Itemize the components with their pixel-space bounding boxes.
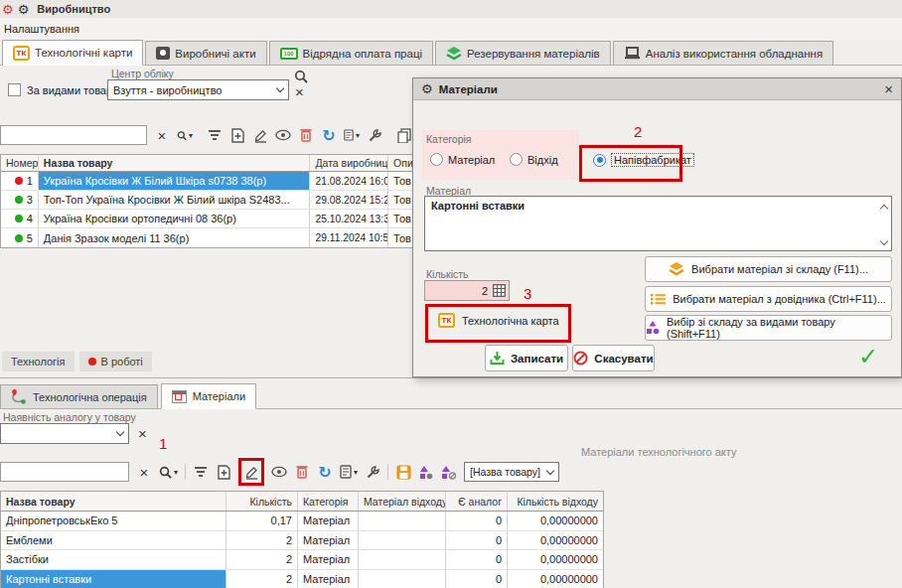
row-name[interactable]: Україна Кросівки Ж Білий Шкіра s0738 38(… xyxy=(39,172,311,190)
shapes-icon[interactable] xyxy=(418,462,434,482)
menu-settings[interactable]: Налаштування xyxy=(4,23,79,35)
scroll-up-icon[interactable] xyxy=(881,203,887,212)
cell-waste xyxy=(359,512,446,530)
group-by-combobox[interactable]: [Назва товару] xyxy=(464,462,559,482)
col-date[interactable]: Дата виробництва xyxy=(310,155,388,171)
tab-tech-cards[interactable]: ТК Технологічні карти xyxy=(2,40,143,66)
table-row[interactable]: 3 Топ-Топ Україна Кросівки Ж Білий шкіра… xyxy=(1,191,414,210)
clipboard-menu-icon[interactable]: ▾ xyxy=(340,462,358,482)
clear-search-icon[interactable]: × xyxy=(136,462,152,482)
row-name[interactable]: Топ-Топ Україна Кросівки Ж Білий шкіра S… xyxy=(39,191,311,209)
center-search-icon[interactable] xyxy=(294,70,308,83)
by-type-checkbox[interactable] xyxy=(8,83,21,96)
tab-label: Виробничі акти xyxy=(175,48,255,60)
row-name[interactable]: Україна Кросівки ортопедичні 08 36(р) xyxy=(39,210,311,227)
col-category[interactable]: Категорія xyxy=(298,492,359,511)
production-act-icon xyxy=(156,47,170,60)
center-clear-icon[interactable]: × xyxy=(295,84,304,99)
top-search-input[interactable] xyxy=(0,125,147,145)
radio-waste[interactable]: Відхід xyxy=(510,153,558,166)
radio-label: Відхід xyxy=(527,154,558,166)
edit-icon[interactable] xyxy=(252,125,268,145)
search-menu-icon[interactable]: ▾ xyxy=(159,462,178,482)
material-textarea[interactable]: Картонні вставки xyxy=(424,196,892,251)
confirm-check-icon[interactable]: ✓ xyxy=(858,343,878,370)
route-icon xyxy=(11,389,27,404)
view-icon[interactable] xyxy=(271,462,287,482)
tab-tech-operation[interactable]: Технологічна операція xyxy=(0,384,158,408)
save-button[interactable]: Записати xyxy=(485,345,568,371)
cell-name[interactable]: Емблеми xyxy=(1,531,226,550)
table-row[interactable]: 5 Данія Зразок моделі 11 36(р) 29.11.202… xyxy=(1,228,414,247)
clear-search-icon[interactable]: × xyxy=(154,125,170,145)
by-type-filter[interactable]: За видами товару xyxy=(8,83,117,96)
cell-name[interactable]: ДніпропетровськЕко 5 xyxy=(1,512,226,530)
table-row[interactable]: Застібки 2 Матеріал 0 0,00000000 xyxy=(1,550,603,570)
tab-equipment-analysis[interactable]: Аналіз використання обладнання xyxy=(613,41,833,65)
shapes-exclude-icon[interactable] xyxy=(441,462,457,482)
bottom-search-input[interactable] xyxy=(0,462,129,482)
tab-piecework-pay[interactable]: 100 Відрядна оплата праці xyxy=(269,41,433,65)
cell-name[interactable]: Картонні вставки xyxy=(1,570,226,588)
col-number[interactable]: Номер xyxy=(1,155,39,171)
select-from-stock-button[interactable]: Вибрати матеріал зі складу (F11)... xyxy=(645,256,892,282)
chevron-down-icon xyxy=(116,428,124,436)
delete-icon[interactable] xyxy=(294,462,310,482)
qty-input[interactable]: 2 xyxy=(424,280,510,301)
center-combobox[interactable]: Взуття - виробництво xyxy=(107,79,289,100)
acts-materials-caption: Матеріали технологічного акту xyxy=(581,446,736,458)
select-by-product-type-button[interactable]: Вибір зі складу за видами товару (Shift+… xyxy=(645,315,892,341)
calculator-icon[interactable] xyxy=(493,284,506,297)
refresh-icon[interactable]: ↻ xyxy=(317,462,333,482)
table-row-selected[interactable]: Картонні вставки 2 Матеріал 0 0,00000000 xyxy=(1,570,603,588)
col-waste-qty[interactable]: Кількість відходу xyxy=(508,492,603,511)
row-desc: Тов xyxy=(388,172,414,190)
filter-icon[interactable] xyxy=(193,462,209,482)
delete-icon[interactable] xyxy=(298,125,314,145)
col-name[interactable]: Назва товару xyxy=(1,492,226,511)
row-date: 29.08.2024 15:25:41 xyxy=(310,191,388,209)
dialog-titlebar[interactable]: ⚙ Матеріали × xyxy=(413,78,901,100)
copy-icon[interactable] xyxy=(396,125,412,145)
select-from-reference-button[interactable]: Вибрати матеріал з довідника (Ctrl+F11).… xyxy=(645,286,892,312)
view-icon[interactable] xyxy=(275,125,291,145)
row-name[interactable]: Данія Зразок моделі 11 36(р) xyxy=(39,228,311,247)
dialog-close-icon[interactable]: × xyxy=(884,80,893,97)
col-name[interactable]: Назва товару xyxy=(39,155,311,171)
analog-combobox[interactable] xyxy=(0,423,129,444)
search-menu-icon[interactable]: ▾ xyxy=(177,125,193,145)
tab-materials[interactable]: Матеріали xyxy=(161,383,256,409)
tab-production-acts[interactable]: Виробничі акти xyxy=(145,41,266,65)
col-desc[interactable]: Опи xyxy=(388,155,414,171)
radio-icon[interactable] xyxy=(510,153,523,166)
analog-clear-icon[interactable]: × xyxy=(138,426,147,441)
table-row[interactable]: Емблеми 2 Матеріал 0 0,00000000 xyxy=(1,531,603,551)
add-icon[interactable] xyxy=(229,125,245,145)
wrench-icon[interactable] xyxy=(367,125,382,145)
table-row[interactable]: 4 Україна Кросівки ортопедичні 08 36(р) … xyxy=(1,210,414,228)
save-floppy-icon[interactable] xyxy=(395,462,411,482)
tab-material-reservation[interactable]: Резервування матеріалів xyxy=(435,41,611,65)
radio-icon[interactable] xyxy=(430,153,443,166)
col-has-analog[interactable]: Є аналог xyxy=(446,492,508,511)
status-tab-technology[interactable]: Технологія xyxy=(2,352,75,371)
filter-icon[interactable] xyxy=(207,125,223,145)
refresh-icon[interactable]: ↻ xyxy=(321,125,337,145)
save-label: Записати xyxy=(511,353,563,365)
cancel-button[interactable]: Скасувати xyxy=(572,345,655,371)
table-row[interactable]: ДніпропетровськЕко 5 0,17 Матеріал 0 0,0… xyxy=(1,512,603,531)
scroll-down-icon[interactable] xyxy=(881,241,887,244)
button-label: Вибрати матеріал з довідника (Ctrl+F11).… xyxy=(673,293,886,305)
top-toolbar: × ▾ ↻ ▾ ⚙ xyxy=(0,125,411,145)
wrench-icon[interactable] xyxy=(365,462,380,482)
col-qty[interactable]: Кількість xyxy=(226,492,298,511)
add-icon[interactable] xyxy=(216,462,231,482)
clipboard-menu-icon[interactable]: ▾ xyxy=(344,125,360,145)
col-waste-material[interactable]: Матеріал відходу xyxy=(359,492,446,511)
status-tab-in-progress[interactable]: В роботі xyxy=(79,352,152,371)
table-row[interactable]: 1 Україна Кросівки Ж Білий Шкіра s0738 3… xyxy=(1,172,414,191)
cell-name[interactable]: Застібки xyxy=(1,550,226,569)
radio-material[interactable]: Матеріал xyxy=(430,153,495,166)
row-date: 25.10.2024 13:30:15 xyxy=(310,210,388,227)
edit-icon-annotated[interactable] xyxy=(238,458,264,486)
